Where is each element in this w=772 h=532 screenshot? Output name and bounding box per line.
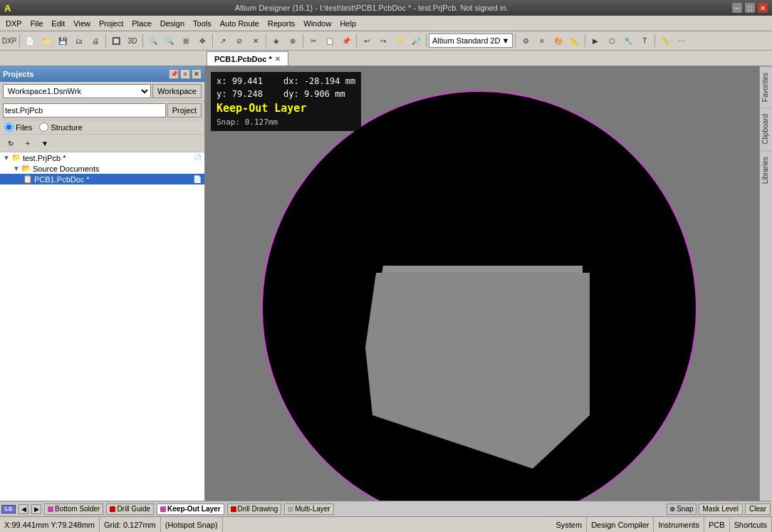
doc-tab-bar: PCB1.PcbDoc * ✕ [0,51,772,66]
mask-level-btn[interactable]: Mask Level [699,504,744,515]
snap-icon: ⊕ [669,505,675,513]
tb-zoom-fit[interactable]: ⊞ [178,33,194,48]
menu-design[interactable]: Design [156,18,189,29]
tb-colors[interactable]: 🎨 [551,33,566,48]
tb-print[interactable]: 🖨 [88,33,103,48]
tb-open[interactable]: 📁 [38,33,54,48]
tb-redo[interactable]: ↪ [375,33,391,48]
tb-net-inspector[interactable]: ⚡ [392,33,407,48]
canvas-area[interactable]: x: 99.441 dx: -28.194 mm y: 79.248 dy: 9… [205,66,759,501]
tb-zoom-out[interactable]: 🔍 [162,33,177,48]
clear-btn[interactable]: Clear [745,504,771,515]
menu-file[interactable]: File [26,18,48,29]
tb-select[interactable]: ↗ [215,33,231,48]
tb-undo[interactable]: ↩ [359,33,375,48]
layer-tab-keepout[interactable]: Keep-Out Layer [157,504,224,515]
doc-tab-close-icon[interactable]: ✕ [275,56,281,63]
layer-tab-drill-guide[interactable]: Drill Guide [106,504,154,515]
tb-run[interactable]: ▶ [588,33,603,48]
tb-zoom-in[interactable]: 🔍 [145,33,161,48]
title-bar-controls[interactable]: ─ □ ✕ [732,3,768,13]
menu-edit[interactable]: Edit [47,18,69,29]
menu-tools[interactable]: Tools [189,18,216,29]
tree-source-docs[interactable]: ▼ 📂 Source Documents [0,163,204,174]
tree-project-node[interactable]: ▼ 📁 test.PrjPcb * 📄 [0,152,204,163]
tb-deselect[interactable]: ⊘ [231,33,247,48]
tb-measure[interactable]: 📏 [657,33,673,48]
workspace-button[interactable]: Workspace [152,84,202,98]
doc-tab-label: PCB1.PcbDoc * [214,55,272,63]
projects-close-btn[interactable]: ✕ [192,69,202,79]
title-bar-left: A [4,3,11,14]
x-label: x: [217,76,226,86]
menu-place[interactable]: Place [127,18,156,29]
tb-3d[interactable]: 3D [125,33,140,48]
tb-clear-filter[interactable]: ✕ [248,33,264,48]
radio-structure[interactable]: Structure [39,122,83,132]
layer-tab-bottom-solder[interactable]: Bottom Solder [44,504,103,515]
app-icon: A [4,3,11,14]
tb-copy[interactable]: 📋 [322,33,338,48]
status-instruments[interactable]: Instruments [654,517,704,532]
maximize-button[interactable]: □ [745,3,755,13]
tb-more1[interactable]: ⋯ [674,33,689,48]
menu-reports[interactable]: Reports [264,18,300,29]
right-tab-favorites[interactable]: Favorites [760,66,772,108]
menu-window[interactable]: Window [299,18,335,29]
layer-dot-multi-layer [288,506,293,512]
projects-header-controls[interactable]: 📌 ≡ ✕ [169,69,202,79]
projects-menu-btn[interactable]: ≡ [180,69,190,79]
doc-tab-pcb1[interactable]: PCB1.PcbDoc * ✕ [207,51,288,66]
layer-tab-drill-drawing[interactable]: Drill Drawing [227,504,282,515]
project-input[interactable] [3,103,166,118]
layer-prev-btn[interactable]: ◀ [19,504,28,514]
tb-keepout[interactable]: ⬡ [604,33,620,48]
tree-pcb-doc[interactable]: 📋 PCB1.PcbDoc * 📄 [0,174,204,184]
menu-project[interactable]: Project [95,18,127,29]
menu-dxp[interactable]: DXP [1,18,26,29]
project-button[interactable]: Project [167,103,202,118]
layer-tab-multi-layer[interactable]: Multi-Layer [284,504,333,515]
layer-bar-right: ⊕ Snap Mask Level Clear [667,504,771,515]
add-btn[interactable]: + [20,136,36,150]
tb-save-all[interactable]: 🗂 [71,33,87,48]
right-tab-clipboard[interactable]: Clipboard [760,108,772,150]
menu-autoroute[interactable]: Auto Route [216,18,264,29]
tb-drc[interactable]: 🔎 [408,33,424,48]
tb-layers[interactable]: ≡ [534,33,550,48]
tb-components[interactable]: 🔧 [620,33,636,48]
layer-dot-drill-drawing [231,506,236,512]
close-button[interactable]: ✕ [758,3,768,13]
menu-help[interactable]: Help [335,18,360,29]
projects-pin-btn[interactable]: 📌 [169,69,179,79]
tree-source-folder-icon: 📂 [21,164,31,173]
refresh-btn[interactable]: ↻ [3,136,19,150]
layer-next-btn[interactable]: ▶ [31,504,41,514]
tb-view-config[interactable]: ⚙ [518,33,533,48]
tb-board-options[interactable]: 📐 [567,33,583,48]
tb-highlight[interactable]: ◈ [268,33,284,48]
status-shortcuts[interactable]: Shortcuts [730,517,772,532]
tb-paste[interactable]: 📌 [338,33,354,48]
minimize-button[interactable]: ─ [732,3,742,13]
tb-text[interactable]: T [637,33,652,48]
right-tab-libraries[interactable]: Libraries [760,150,772,189]
tree-area: ▼ 📁 test.PrjPcb * 📄 ▼ 📂 Source Documents… [0,152,204,501]
dropdown-btn[interactable]: ▼ [37,136,53,150]
workspace-dropdown[interactable]: Workspace1.DsnWrk [3,84,151,98]
tb-cross-probe[interactable]: ⊕ [285,33,301,48]
status-pcb[interactable]: PCB [704,517,730,532]
tb-pan[interactable]: ✥ [194,33,210,48]
status-design-compiler[interactable]: Design Compiler [587,517,654,532]
layer-label-multi-layer: Multi-Layer [295,505,330,513]
menu-view[interactable]: View [69,18,95,29]
title-bar: A Altium Designer (16.1) - I:\test\test\… [0,0,772,16]
tb-board-insight[interactable]: 🔲 [108,33,124,48]
status-system[interactable]: System [551,517,587,532]
tb-new[interactable]: 📄 [22,33,38,48]
radio-files[interactable]: Files [4,122,32,132]
tb-cut[interactable]: ✂ [306,33,321,48]
standard-2d-dropdown[interactable]: Altium Standard 2D ▼ [429,33,513,48]
tb-save[interactable]: 💾 [55,33,71,48]
tb-dxp-btn[interactable]: DXP [1,33,17,48]
